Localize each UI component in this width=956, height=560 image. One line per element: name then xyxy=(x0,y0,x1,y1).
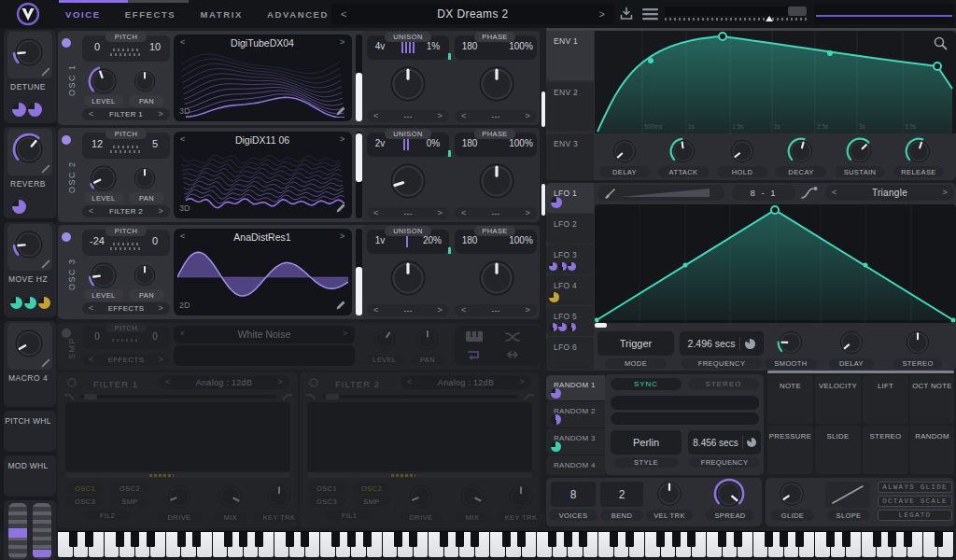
osc3-phase-knob[interactable] xyxy=(475,257,518,300)
preset-next-arrow[interactable] xyxy=(599,9,605,20)
filter1-power-button[interactable] xyxy=(67,378,77,387)
black-key[interactable] xyxy=(765,532,773,547)
osc2-transpose-value[interactable]: 12 xyxy=(86,138,108,149)
filter1-drive-knob[interactable] xyxy=(165,483,193,511)
prev-arrow[interactable] xyxy=(461,112,467,120)
save-icon[interactable] xyxy=(619,7,634,21)
osc3-phase-rand-value[interactable]: 100% xyxy=(507,235,535,245)
lfo5-mod-indicator[interactable] xyxy=(558,323,567,331)
black-key[interactable] xyxy=(564,532,572,547)
filter1-response-display[interactable] xyxy=(65,402,290,471)
black-key[interactable] xyxy=(147,532,155,547)
random-style-box[interactable]: Perlin xyxy=(611,430,682,455)
preset-browser[interactable]: DX Dreams 2 xyxy=(331,4,614,24)
tab-lfo6[interactable]: LFO 6 xyxy=(546,337,594,370)
osc1-pan-knob[interactable] xyxy=(132,68,158,94)
random-sync-button[interactable]: SYNC xyxy=(611,378,682,390)
mod-sources-scrollbar[interactable] xyxy=(767,371,954,373)
black-key[interactable] xyxy=(687,532,696,547)
lfo3-mod-indicator[interactable] xyxy=(549,262,557,271)
macro1-edit-pencil-icon[interactable] xyxy=(41,67,50,77)
osc3-unison-detune[interactable]: 20% xyxy=(418,235,446,245)
osc3-tune-value[interactable]: 0 xyxy=(144,235,166,246)
filter1-blend-handle[interactable] xyxy=(84,394,97,399)
macro3-mod-indicator[interactable] xyxy=(38,297,50,309)
osc2-tune-value[interactable]: 5 xyxy=(144,138,166,149)
lfo-shape-selector[interactable]: Triangle xyxy=(825,185,954,201)
mod-source-slide[interactable]: SLIDE xyxy=(815,426,861,474)
osc1-level-knob[interactable] xyxy=(88,65,120,97)
mod-source-stereo[interactable]: STEREO xyxy=(863,426,908,474)
sample-pan-knob[interactable] xyxy=(415,327,441,353)
macro3-edit-pencil-icon[interactable] xyxy=(41,259,50,269)
shuffle-icon[interactable] xyxy=(505,331,520,343)
mod-wheel[interactable] xyxy=(33,503,51,559)
prev-arrow[interactable] xyxy=(89,207,94,216)
tab-lfo2[interactable]: LFO 2 xyxy=(546,214,594,244)
black-key[interactable] xyxy=(177,532,186,547)
osc1-power-button[interactable] xyxy=(62,38,71,48)
osc3-wavetable-next-arrow[interactable] xyxy=(340,232,344,241)
black-key[interactable] xyxy=(255,532,263,547)
black-key[interactable] xyxy=(471,532,479,547)
slope-display[interactable] xyxy=(825,482,870,508)
osc2-power-button[interactable] xyxy=(62,135,71,145)
lfo5-mod-indicator[interactable] xyxy=(549,323,557,331)
filter2-response-display[interactable] xyxy=(307,402,532,471)
prev-arrow[interactable] xyxy=(373,209,379,217)
keyboard-track-icon[interactable] xyxy=(466,331,483,343)
volume-slider[interactable] xyxy=(665,7,808,16)
osc1-phase-value[interactable]: 180 xyxy=(457,41,483,51)
filter2-blend-slider[interactable] xyxy=(322,395,518,399)
random1-mod-indicator[interactable] xyxy=(551,388,561,399)
tempo-sync-icon[interactable] xyxy=(745,339,755,349)
black-key[interactable] xyxy=(502,532,511,547)
lfo4-mod-indicator[interactable] xyxy=(549,292,559,302)
next-arrow[interactable] xyxy=(525,112,530,120)
lfo-phase-indicator[interactable] xyxy=(595,323,607,328)
prev-arrow[interactable] xyxy=(89,304,94,313)
filter1-input-osc3[interactable]: OSC3 xyxy=(65,496,105,507)
osc1-wavetable-prev-arrow[interactable] xyxy=(180,38,185,47)
filter2-drive-knob[interactable] xyxy=(407,483,435,511)
osc2-pan-knob[interactable] xyxy=(132,165,158,191)
spread-knob[interactable] xyxy=(713,478,745,510)
sample-prev-arrow[interactable] xyxy=(180,329,185,338)
black-key[interactable] xyxy=(626,532,634,547)
black-key[interactable] xyxy=(517,532,526,547)
osc2-edit-pencil-icon[interactable] xyxy=(335,203,346,214)
pitch-wheel[interactable] xyxy=(8,503,27,559)
filter1-mix-knob[interactable] xyxy=(217,483,245,511)
random2-mod-indicator[interactable] xyxy=(551,414,561,425)
osc3-frame-slider[interactable] xyxy=(356,229,362,315)
tempo-sync-icon[interactable] xyxy=(747,438,756,447)
tab-voice[interactable]: VOICE xyxy=(65,9,101,20)
osc3-unison-knob[interactable] xyxy=(387,257,429,300)
osc2-level-knob[interactable] xyxy=(88,162,120,194)
next-arrow[interactable] xyxy=(158,207,163,216)
osc3-wavetable-prev-arrow[interactable] xyxy=(180,232,185,241)
black-key[interactable] xyxy=(224,532,232,547)
tab-advanced[interactable]: ADVANCED xyxy=(267,9,329,20)
filter1-model-selector[interactable]: Analog : 12dB xyxy=(159,375,289,389)
macro2-edit-pencil-icon[interactable] xyxy=(41,164,50,174)
env-hold-knob[interactable] xyxy=(728,137,756,165)
bend-value-box[interactable]: 2 xyxy=(600,482,643,507)
black-key[interactable] xyxy=(904,532,912,547)
octave-scale-button[interactable]: OCTAVE SCALE xyxy=(878,496,952,507)
osc3-pan-knob[interactable] xyxy=(132,262,158,288)
osc1-unison-detune[interactable]: 1% xyxy=(420,41,446,51)
osc3-view-mode[interactable]: 2D xyxy=(179,301,190,310)
osc1-wavetable-name[interactable]: DigiTubeDX04 xyxy=(192,37,332,49)
velocity-track-knob[interactable] xyxy=(654,479,684,509)
lfo-mode-box[interactable]: Trigger xyxy=(598,331,674,356)
osc3-unison-voices[interactable]: 1v xyxy=(369,235,391,245)
osc1-edit-pencil-icon[interactable] xyxy=(335,105,346,117)
mod-source-velocity[interactable]: VELOCITY xyxy=(815,375,861,424)
filter1-keytrack-knob[interactable] xyxy=(265,483,293,511)
osc2-view-mode[interactable]: 3D xyxy=(179,203,190,213)
black-key[interactable] xyxy=(409,532,417,547)
next-arrow[interactable] xyxy=(525,306,530,315)
sample-waveform-display[interactable] xyxy=(174,345,355,366)
next-arrow[interactable] xyxy=(437,112,443,120)
